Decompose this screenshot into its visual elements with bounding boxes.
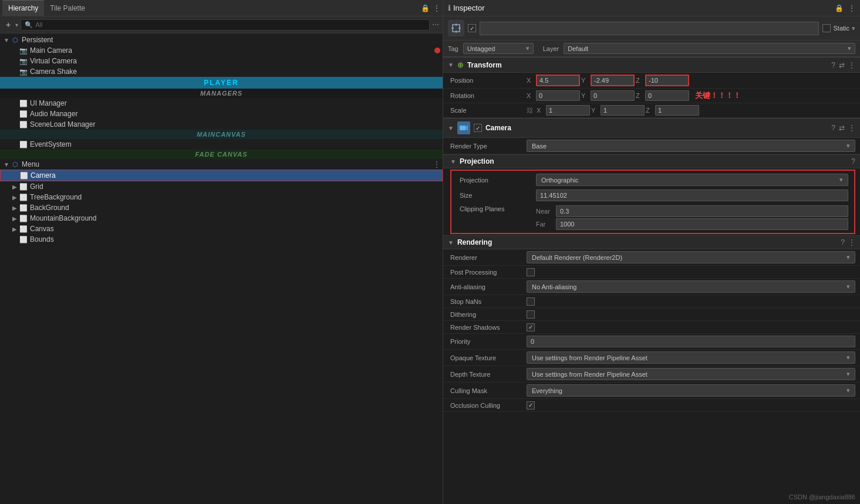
gameobject-enabled-checkbox[interactable] — [468, 24, 476, 32]
tab-tile-palette[interactable]: Tile Palette — [44, 0, 91, 16]
near-input[interactable] — [556, 205, 848, 217]
position-z-input[interactable] — [645, 75, 689, 86]
scale-link-icon: ⛓ — [527, 107, 533, 114]
gameobject-name-input[interactable]: Camera — [480, 22, 819, 35]
tree-item-ui-manager[interactable]: ⬜ UI Manager — [0, 98, 443, 109]
priority-content — [527, 336, 855, 347]
add-dropdown[interactable]: ▾ — [15, 22, 18, 28]
camera-toggle[interactable]: ▼ — [448, 125, 454, 131]
tree-item-tree-background[interactable]: ▶ ⬜ TreeBackground — [0, 192, 443, 202]
rendering-toggle[interactable]: ▼ — [448, 239, 454, 246]
renderer-dropdown[interactable]: Default Renderer (Renderer2D) — [527, 251, 855, 263]
prefab-icon-menu: ⬡ — [11, 160, 20, 169]
rotation-y-input[interactable] — [591, 90, 635, 101]
tag-dropdown[interactable]: Untagged — [463, 43, 534, 54]
search-more-icon[interactable]: ⋯ — [432, 21, 439, 29]
rendering-section-bar: ▼ Rendering ? ⋮ — [443, 235, 860, 249]
opaque-texture-row: Opaque Texture Use settings from Render … — [443, 350, 860, 366]
tree-item-audio-manager[interactable]: ⬜ Audio Manager — [0, 109, 443, 119]
camera-settings-icon[interactable]: ⇄ — [839, 124, 845, 132]
static-checkbox[interactable] — [822, 24, 831, 32]
position-x-input[interactable] — [536, 75, 580, 86]
arrow-menu[interactable]: ▼ — [2, 161, 11, 168]
camera-help-icon[interactable]: ? — [831, 124, 835, 132]
tree-item-main-camera[interactable]: 📷 Main Camera — [0, 45, 443, 56]
more-icon[interactable]: ⋮ — [433, 4, 440, 12]
scale-z-input[interactable] — [655, 105, 699, 116]
tree-item-camera-shake[interactable]: 📷 Camera Shake — [0, 66, 443, 77]
stop-nans-checkbox[interactable] — [527, 297, 535, 306]
rotation-x-input[interactable] — [536, 90, 580, 101]
transform-settings-icon[interactable]: ⇄ — [839, 61, 845, 69]
projection-help-icon[interactable]: ? — [851, 157, 855, 165]
add-button[interactable]: + — [4, 19, 13, 31]
header-icons: 🔒 ⋮ — [421, 4, 440, 12]
far-input[interactable] — [556, 218, 848, 230]
annotation-text: 关键！！！！ — [695, 90, 741, 101]
tree-item-event-system[interactable]: ⬜ EventSystem — [0, 139, 443, 150]
cube-icon-bounds: ⬜ — [19, 235, 28, 244]
anti-aliasing-label: Anti-aliasing — [450, 283, 527, 290]
static-dropdown[interactable]: ▾ — [852, 25, 855, 32]
cube-icon-camera: ⬜ — [19, 171, 29, 180]
priority-label: Priority — [450, 338, 527, 345]
camera-enabled-checkbox[interactable] — [474, 124, 482, 132]
tree-item-virtual-camera[interactable]: 📷 Virtual Camera — [0, 56, 443, 66]
pin-icon[interactable]: 🔒 — [835, 4, 844, 12]
scale-x-input[interactable] — [546, 105, 590, 116]
label-persistent: Persistent — [22, 36, 53, 44]
tree-item-grid[interactable]: ▶ ⬜ Grid — [0, 181, 443, 192]
tree-item-mountain-background[interactable]: ▶ ⬜ MountainBackground — [0, 213, 443, 224]
label-mountain-background: MountainBackground — [30, 214, 96, 222]
post-processing-checkbox[interactable] — [527, 268, 535, 276]
transform-more-icon[interactable]: ⋮ — [848, 61, 855, 69]
hierarchy-panel: Hierarchy Tile Palette 🔒 ⋮ + ▾ 🔍 All ⋯ ▼… — [0, 0, 443, 504]
tree-item-background[interactable]: ▶ ⬜ BackGround — [0, 202, 443, 213]
tree-item-sceneload-manager[interactable]: ⬜ SceneLoad Manager — [0, 119, 443, 130]
camera-more-icon[interactable]: ⋮ — [848, 124, 855, 132]
renderer-label: Renderer — [450, 254, 527, 261]
scale-y-input[interactable] — [601, 105, 645, 116]
arrow-persistent[interactable]: ▼ — [2, 37, 11, 43]
arrow-mountain-bg[interactable]: ▶ — [11, 215, 19, 222]
tree-item-camera[interactable]: ⬜ Camera — [0, 170, 443, 181]
tree-item-bounds[interactable]: ⬜ Bounds — [0, 234, 443, 245]
hierarchy-content: ▼ ⬡ Persistent 📷 Main Camera 📷 Virtual C… — [0, 33, 443, 504]
projection-toggle[interactable]: ▼ — [450, 158, 456, 165]
rendering-settings-icon[interactable]: ⋮ — [848, 238, 855, 246]
occlusion-culling-checkbox[interactable] — [527, 401, 535, 410]
depth-texture-row: Depth Texture Use settings from Render P… — [443, 366, 860, 383]
priority-input[interactable] — [527, 336, 855, 347]
lock-icon[interactable]: 🔒 — [421, 4, 430, 12]
depth-texture-dropdown[interactable]: Use settings from Render Pipeline Asset — [527, 368, 855, 380]
position-y-input[interactable] — [591, 75, 635, 86]
culling-mask-content: Everything — [527, 384, 855, 397]
render-shadows-checkbox[interactable] — [527, 323, 535, 332]
tree-item-persistent[interactable]: ▼ ⬡ Persistent — [0, 35, 443, 45]
dithering-checkbox[interactable] — [527, 310, 535, 319]
projection-dropdown[interactable]: Orthographic — [536, 174, 848, 186]
arrow-canvas[interactable]: ▶ — [11, 226, 19, 232]
tree-item-menu[interactable]: ▼ ⬡ Menu ⋮ — [0, 159, 443, 170]
rotation-z-input[interactable] — [645, 90, 689, 101]
transform-help-icon[interactable]: ? — [831, 61, 835, 69]
scale-label: Scale — [450, 107, 527, 114]
render-type-dropdown[interactable]: Base — [527, 140, 855, 152]
tree-item-canvas[interactable]: ▶ ⬜ Canvas — [0, 224, 443, 234]
depth-texture-label: Depth Texture — [450, 371, 527, 378]
culling-mask-dropdown[interactable]: Everything — [527, 384, 855, 397]
transform-component-header: ▼ ⊕ Transform ? ⇄ ⋮ — [443, 57, 860, 73]
arrow-grid[interactable]: ▶ — [11, 184, 19, 190]
anti-aliasing-dropdown[interactable]: No Anti-aliasing — [527, 280, 855, 293]
rendering-help-icon[interactable]: ? — [841, 238, 845, 246]
tab-hierarchy[interactable]: Hierarchy — [2, 0, 44, 16]
culling-mask-label: Culling Mask — [450, 387, 527, 394]
layer-dropdown[interactable]: Default — [564, 43, 855, 54]
transform-toggle[interactable]: ▼ — [448, 62, 454, 68]
size-input[interactable] — [536, 190, 848, 201]
arrow-tree-bg[interactable]: ▶ — [11, 194, 19, 201]
arrow-background[interactable]: ▶ — [11, 205, 19, 211]
menu-three-dots[interactable]: ⋮ — [431, 160, 443, 168]
opaque-texture-dropdown[interactable]: Use settings from Render Pipeline Asset — [527, 351, 855, 364]
inspector-more-icon[interactable]: ⋮ — [848, 4, 855, 12]
